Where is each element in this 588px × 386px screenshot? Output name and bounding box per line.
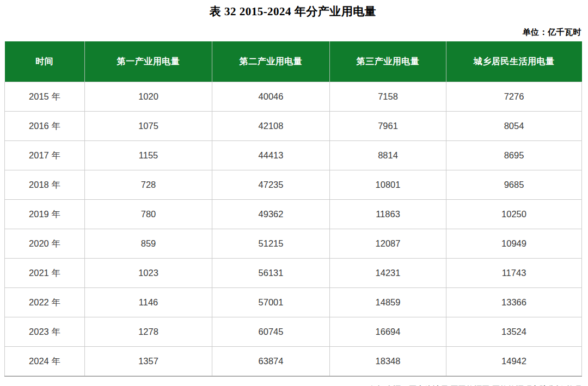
- table-cell: 18348: [330, 347, 446, 377]
- table-cell: 51215: [212, 229, 330, 259]
- table-cell: 8814: [330, 141, 446, 170]
- table-row-2022: 2022 年 1146 57001 14859 13366: [5, 288, 582, 317]
- report-page: 表 32 2015-2024 年分产业用电量 单位：亿千瓦时 时间 第一产业用电…: [0, 0, 588, 386]
- table-cell: 10250: [446, 200, 582, 229]
- table-cell: 11743: [446, 259, 582, 288]
- table-cell: 9685: [446, 170, 582, 200]
- table-cell: 780: [85, 200, 212, 229]
- table-cell: 10801: [330, 170, 446, 200]
- table-cell: 1357: [85, 347, 212, 377]
- unit-label: 单位：亿千瓦时: [4, 27, 581, 38]
- table-cell: 14231: [330, 259, 446, 288]
- table-cell: 8695: [446, 141, 582, 170]
- table-cell: 12087: [330, 229, 446, 259]
- table-cell: 7158: [330, 82, 446, 112]
- table-cell: 1146: [85, 288, 212, 317]
- table-cell: 10949: [446, 229, 582, 259]
- table-cell: 14942: [446, 347, 582, 377]
- table-cell-year: 2017 年: [5, 141, 85, 170]
- table-cell: 56131: [212, 259, 330, 288]
- table-cell: 1278: [85, 317, 212, 347]
- table-cell-year: 2018 年: [5, 170, 85, 200]
- table-cell: 7961: [330, 112, 446, 141]
- table-row-2019: 2019 年 780 49362 11863 10250: [5, 200, 582, 229]
- table-cell: 16694: [330, 317, 446, 347]
- table-row-2021: 2021 年 1023 56131 14231 11743: [5, 259, 582, 288]
- table-cell: 1023: [85, 259, 212, 288]
- column-header-primary-industry: 第一产业用电量: [85, 41, 212, 82]
- table-cell-year: 2021 年: [5, 259, 85, 288]
- table-cell: 60745: [212, 317, 330, 347]
- table-cell: 8054: [446, 112, 582, 141]
- table-cell-year: 2020 年: [5, 229, 85, 259]
- table-cell: 13524: [446, 317, 582, 347]
- table-cell: 7276: [446, 82, 582, 112]
- table-cell: 40046: [212, 82, 330, 112]
- table-cell-year: 2024 年: [5, 347, 85, 377]
- table-cell: 57001: [212, 288, 330, 317]
- table-cell: 11863: [330, 200, 446, 229]
- table-cell: 44413: [212, 141, 330, 170]
- table-cell-year: 2022 年: [5, 288, 85, 317]
- table-cell-year: 2016 年: [5, 112, 85, 141]
- column-header-secondary-industry: 第二产业用电量: [212, 41, 330, 82]
- column-header-tertiary-industry: 第三产业用电量: [330, 41, 446, 82]
- table-cell-year: 2023 年: [5, 317, 85, 347]
- header-row: 时间 第一产业用电量 第二产业用电量 第三产业用电量 城乡居民生活用电量: [5, 41, 582, 82]
- table-row-2018: 2018 年 728 47235 10801 9685: [5, 170, 582, 200]
- table-cell-year: 2019 年: [5, 200, 85, 229]
- table-cell: 13366: [446, 288, 582, 317]
- table-cell: 859: [85, 229, 212, 259]
- table-row-2023: 2023 年 1278 60745 16694 13524: [5, 317, 582, 347]
- table-row-2020: 2020 年 859 51215 12087 10949: [5, 229, 582, 259]
- table-cell: 47235: [212, 170, 330, 200]
- column-header-time: 时间: [5, 41, 85, 82]
- table-cell: 728: [85, 170, 212, 200]
- page-title: 表 32 2015-2024 年分产业用电量: [4, 0, 581, 19]
- table-cell: 42108: [212, 112, 330, 141]
- table-cell: 49362: [212, 200, 330, 229]
- table-cell: 1075: [85, 112, 212, 141]
- table-cell: 1020: [85, 82, 212, 112]
- table-row-2017: 2017 年 1155 44413 8814 8695: [5, 141, 582, 170]
- table-cell: 14859: [330, 288, 446, 317]
- electricity-consumption-table: 时间 第一产业用电量 第二产业用电量 第三产业用电量 城乡居民生活用电量 201…: [4, 41, 582, 377]
- table-row-2024: 2024 年 1357 63874 18348 14942: [5, 347, 582, 377]
- table-header: 时间 第一产业用电量 第二产业用电量 第三产业用电量 城乡居民生活用电量: [5, 41, 582, 82]
- table-cell: 1155: [85, 141, 212, 170]
- table-cell-year: 2015 年: [5, 82, 85, 112]
- table-body: 2015 年 1020 40046 7158 7276 2016 年 1075 …: [5, 82, 582, 377]
- table-cell: 63874: [212, 347, 330, 377]
- table-row-2015: 2015 年 1020 40046 7158 7276: [5, 82, 582, 112]
- table-row-2016: 2016 年 1075 42108 7961 8054: [5, 112, 582, 141]
- column-header-residential: 城乡居民生活用电量: [446, 41, 582, 82]
